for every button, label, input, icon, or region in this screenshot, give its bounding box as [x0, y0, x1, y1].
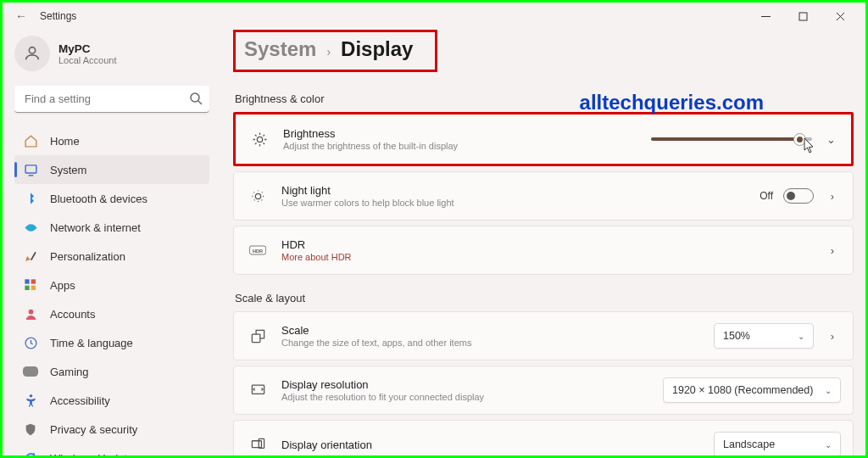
close-button[interactable]	[821, 4, 859, 28]
sidebar-item-personalization[interactable]: Personalization	[14, 242, 209, 271]
apps-icon	[23, 277, 38, 293]
sidebar-item-windows-update[interactable]: Windows Update	[14, 444, 209, 458]
card-title: Scale	[281, 324, 471, 337]
sidebar-item-gaming[interactable]: Gaming	[14, 357, 209, 386]
scale-dropdown[interactable]: 150%⌄	[714, 323, 814, 349]
network-icon	[23, 220, 38, 235]
chevron-right-icon: ›	[326, 45, 331, 59]
card-subtitle: Adjust the resolution to fit your connec…	[281, 392, 484, 402]
time-icon	[23, 335, 38, 350]
resolution-icon	[249, 383, 266, 399]
chevron-down-icon: ⌄	[798, 332, 804, 341]
highlight-brightness: Brightness Adjust the brightness of the …	[233, 112, 854, 166]
minimize-button[interactable]	[747, 4, 784, 28]
night-light-toggle[interactable]	[783, 188, 814, 204]
svg-rect-4	[25, 279, 29, 283]
chevron-down-icon: ⌄	[825, 440, 832, 450]
breadcrumb-parent[interactable]: System	[244, 37, 316, 61]
sidebar-item-label: Network & internet	[50, 221, 141, 234]
card-resolution[interactable]: Display resolution Adjust the resolution…	[233, 366, 854, 415]
svg-point-2	[191, 93, 199, 102]
svg-point-1	[29, 47, 35, 53]
sidebar-item-accessibility[interactable]: Accessibility	[14, 386, 209, 415]
sidebar-item-network[interactable]: Network & internet	[14, 213, 209, 242]
svg-point-11	[257, 137, 262, 142]
chevron-right-icon[interactable]: ›	[824, 330, 841, 343]
sidebar-item-label: Windows Update	[50, 452, 133, 459]
sidebar-item-label: Accessibility	[50, 394, 110, 407]
sidebar-item-label: System	[50, 164, 86, 176]
avatar	[14, 36, 50, 71]
nav-list: Home System Bluetooth & devices Network …	[14, 126, 209, 458]
gaming-icon	[23, 364, 38, 379]
watermark-text: alltechqueries.com	[580, 91, 764, 114]
sidebar-item-label: Home	[50, 135, 80, 148]
orientation-dropdown[interactable]: Landscape⌄	[714, 432, 841, 457]
back-button[interactable]: ←	[9, 9, 33, 23]
chevron-down-icon: ⌄	[825, 386, 832, 395]
orientation-icon	[249, 437, 266, 453]
toggle-state-label: Off	[760, 190, 773, 202]
sidebar-item-label: Gaming	[50, 366, 89, 378]
chevron-right-icon[interactable]: ›	[824, 190, 841, 203]
sidebar-item-label: Apps	[50, 279, 75, 292]
section-scale-layout: Scale & layout	[235, 292, 854, 304]
card-brightness[interactable]: Brightness Adjust the brightness of the …	[236, 114, 851, 164]
card-title: Brightness	[283, 127, 458, 140]
sidebar-item-bluetooth[interactable]: Bluetooth & devices	[14, 184, 209, 213]
sidebar-item-accounts[interactable]: Accounts	[14, 299, 209, 328]
sidebar-item-label: Personalization	[50, 250, 125, 263]
sidebar-item-system[interactable]: System	[14, 155, 209, 184]
brightness-slider[interactable]	[651, 131, 812, 148]
bluetooth-icon	[23, 191, 38, 206]
sidebar-item-privacy[interactable]: Privacy & security	[14, 415, 209, 444]
sidebar-item-label: Accounts	[50, 308, 95, 321]
maximize-button[interactable]	[784, 4, 821, 28]
card-title: Display resolution	[281, 378, 484, 391]
svg-rect-0	[799, 13, 807, 20]
svg-text:HDR: HDR	[253, 249, 263, 254]
sidebar-item-apps[interactable]: Apps	[14, 271, 209, 299]
sidebar: MyPC Local Account Home System Bluetooth…	[14, 30, 209, 458]
privacy-icon	[23, 422, 38, 437]
svg-rect-5	[31, 279, 36, 283]
user-name: MyPC	[58, 42, 117, 55]
card-hdr[interactable]: HDR HDR More about HDR ›	[233, 226, 854, 275]
sidebar-item-time-language[interactable]: Time & language	[14, 328, 209, 357]
accessibility-icon	[23, 393, 38, 408]
sidebar-item-label: Time & language	[50, 337, 133, 349]
card-subtitle: Change the size of text, apps, and other…	[281, 338, 471, 348]
dropdown-value: 150%	[723, 330, 750, 342]
user-subtitle: Local Account	[58, 55, 117, 65]
resolution-dropdown[interactable]: 1920 × 1080 (Recommended)⌄	[663, 377, 841, 403]
window-title: Settings	[40, 10, 76, 22]
svg-point-8	[28, 309, 33, 314]
dropdown-value: Landscape	[723, 438, 775, 450]
scale-icon	[249, 328, 266, 344]
card-subtitle: Use warmer colors to help block blue lig…	[281, 198, 454, 208]
svg-point-12	[255, 193, 260, 198]
sidebar-item-home[interactable]: Home	[14, 126, 209, 155]
hdr-link[interactable]: More about HDR	[281, 252, 352, 262]
svg-rect-6	[25, 286, 29, 290]
chevron-down-icon[interactable]: ⌄	[822, 133, 839, 146]
svg-point-10	[29, 394, 32, 398]
card-scale[interactable]: Scale Change the size of text, apps, and…	[233, 311, 854, 360]
chevron-right-icon[interactable]: ›	[824, 244, 841, 257]
hdr-icon: HDR	[249, 244, 266, 256]
user-icon	[23, 44, 42, 63]
user-block[interactable]: MyPC Local Account	[14, 30, 209, 77]
card-night-light[interactable]: Night light Use warmer colors to help bl…	[233, 171, 854, 221]
sidebar-item-label: Bluetooth & devices	[50, 193, 147, 205]
card-title: HDR	[281, 238, 352, 251]
breadcrumb-current: Display	[341, 37, 413, 61]
titlebar: ← Settings	[3, 3, 865, 30]
breadcrumb: System › Display	[233, 30, 437, 72]
search-input[interactable]	[14, 86, 209, 113]
night-light-icon	[249, 188, 266, 204]
system-icon	[23, 162, 38, 177]
personalization-icon	[23, 249, 38, 264]
brightness-icon	[251, 131, 268, 148]
search-box[interactable]	[14, 86, 209, 113]
card-orientation[interactable]: Display orientation Landscape⌄	[233, 420, 854, 458]
